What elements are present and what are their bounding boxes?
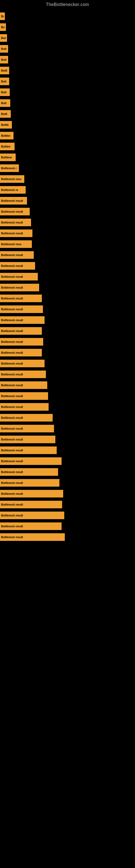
bar-text: Bottleneck result — [1, 536, 23, 539]
bar-text: Bo — [1, 15, 4, 18]
bar-row: Bottleneck result — [0, 391, 135, 401]
bar-row: Bottleneck result — [0, 510, 135, 521]
bar: Bottleneck result — [0, 294, 42, 302]
bar-row: Bott — [0, 43, 135, 54]
bar-text: Bottleneck result — [1, 221, 23, 224]
bar-text: Bottleneck result — [1, 275, 23, 278]
bar-text: Bottlen — [1, 145, 10, 148]
bar-text: Bottleneck result — [1, 384, 23, 387]
bar-text: Bottleneck result — [1, 210, 23, 213]
bar-text: Bott — [1, 91, 6, 94]
bar-row: Bottleneck re — [0, 184, 135, 195]
bar-row: Bottleneck result — [0, 467, 135, 477]
bar-row: Bottleneck result — [0, 217, 135, 228]
bar-row: Bottleneck resu — [0, 174, 135, 184]
bar: Bottleneck result — [0, 219, 31, 226]
bar-row: Bottleneck result — [0, 488, 135, 499]
bar-text: Bottleneck result — [1, 503, 23, 506]
bar-row: Bottlen — [0, 130, 135, 141]
site-title: TheBottlenecker.com — [0, 0, 135, 8]
bar-row: Bottleneck result — [0, 250, 135, 260]
bar: Bott — [0, 45, 8, 53]
bar-row: Bottlene — [0, 152, 135, 163]
bar: Bottleneck re — [0, 186, 26, 194]
bar-row: Bottleneck result — [0, 499, 135, 510]
bar: Bottleneck result — [0, 436, 55, 443]
bar-row: Bottleneck result — [0, 521, 135, 532]
bar: Bottleneck result — [0, 425, 54, 432]
bar-text: Bott — [1, 102, 6, 105]
bar-row: Bo — [0, 22, 135, 33]
bar: Bottleneck resu — [0, 175, 24, 183]
bar-text: Bottleneck re — [1, 188, 18, 191]
bar-text: Bo — [1, 26, 5, 29]
bar: Bottleneck result — [0, 305, 43, 313]
bar-row: Bottleneck result — [0, 304, 135, 315]
bar-row: Bott — [0, 54, 135, 65]
bar-text: Bottleneck result — [1, 482, 23, 485]
bar-row: Bottleneck result — [0, 206, 135, 217]
bar: Bo — [0, 23, 6, 31]
bar-row: Bottleneck r — [0, 163, 135, 174]
bar: Bottleneck result — [0, 349, 42, 356]
bar-text: Bottleneck result — [1, 351, 23, 354]
bar-text: Bottleneck result — [1, 362, 23, 365]
bar-text: Bottleneck result — [1, 449, 23, 452]
bar-row: Bottleneck result — [0, 412, 135, 423]
bar-text: Bottleneck result — [1, 340, 23, 343]
bar-text: Bottleneck r — [1, 167, 17, 170]
bar: Bottleneck result — [0, 262, 35, 270]
bar: Bottle — [0, 121, 12, 129]
bar-text: Bottlen — [1, 134, 10, 137]
bar: Bottleneck result — [0, 457, 61, 465]
bar-row: Bottleneck result — [0, 336, 135, 347]
bar-row: Bottleneck result — [0, 326, 135, 336]
bar: Bott — [0, 88, 10, 96]
bar-row: Bottl — [0, 108, 135, 119]
bar-row: Bott — [0, 33, 135, 43]
bar: Bottleneck result — [0, 229, 32, 237]
bar-row: Bottleneck result — [0, 532, 135, 542]
bar-text: Bott — [1, 37, 6, 40]
bar: Bottleneck result — [0, 381, 47, 389]
bar-text: Bottleneck result — [1, 525, 23, 528]
bar-row: Bottleneck result — [0, 401, 135, 412]
bar-row: Bottleneck result — [0, 228, 135, 239]
bar: Bottleneck result — [0, 490, 63, 497]
bar-text: Bottle — [1, 123, 9, 126]
bar-row: Bottleneck result — [0, 282, 135, 293]
bar: Bottleneck r — [0, 164, 19, 172]
bars-container: BoBoBottBottBottBottlBottBottBottBottlBo… — [0, 8, 135, 542]
bar-row: Bott — [0, 87, 135, 98]
bar-row: Bottleneck result — [0, 445, 135, 456]
bar-text: Bottleneck result — [1, 405, 23, 408]
bar-row: Bottle — [0, 119, 135, 130]
bar-row: Bottleneck result — [0, 380, 135, 391]
bar-text: Bottleneck result — [1, 460, 23, 463]
bar-text: Bottleneck result — [1, 286, 23, 289]
bar: Bottleneck result — [0, 197, 27, 205]
bar-text: Bott — [1, 58, 6, 61]
bar: Bottleneck result — [0, 414, 53, 422]
bar: Bottleneck result — [0, 468, 58, 476]
bar: Bottleneck result — [0, 327, 42, 335]
bar-text: Bottlene — [1, 156, 12, 159]
bar: Bottleneck resu — [0, 240, 32, 248]
bar-text: Bottleneck result — [1, 416, 23, 420]
bar: Bottleneck result — [0, 446, 57, 454]
bar-text: Bottl — [1, 69, 7, 72]
bar: Bottleneck result — [0, 533, 65, 541]
bar: Bo — [0, 12, 5, 20]
bar-text: Bottleneck result — [1, 395, 23, 398]
bar-row: Bottleneck result — [0, 293, 135, 304]
bar-text: Bottleneck result — [1, 373, 23, 376]
bar-text: Bottleneck result — [1, 232, 23, 235]
bar-text: Bottleneck resu — [1, 243, 21, 246]
bar-text: Bottleneck result — [1, 330, 23, 333]
bar-text: Bottleneck result — [1, 514, 23, 517]
bar: Bottlene — [0, 154, 16, 161]
bar: Bottl — [0, 67, 9, 74]
bar: Bottleneck result — [0, 501, 62, 508]
bar: Bott — [0, 34, 7, 42]
bar-row: Bottleneck result — [0, 195, 135, 206]
